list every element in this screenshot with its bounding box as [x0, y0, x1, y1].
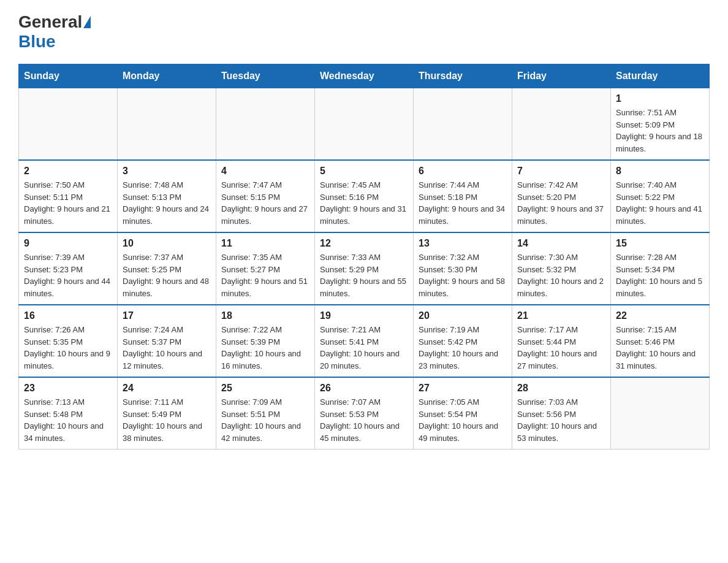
day-info: Sunrise: 7:44 AMSunset: 5:18 PMDaylight:…: [419, 179, 507, 227]
day-number: 5: [320, 166, 408, 177]
day-info: Sunrise: 7:32 AMSunset: 5:30 PMDaylight:…: [419, 251, 507, 299]
day-cell: 11Sunrise: 7:35 AMSunset: 5:27 PMDayligh…: [216, 232, 315, 305]
logo: General Blue: [18, 12, 92, 52]
day-info: Sunrise: 7:21 AMSunset: 5:41 PMDaylight:…: [320, 324, 408, 372]
day-info: Sunrise: 7:47 AMSunset: 5:15 PMDaylight:…: [221, 179, 309, 227]
day-number: 1: [616, 93, 704, 104]
day-number: 17: [123, 310, 211, 321]
header-monday: Monday: [118, 64, 216, 88]
day-cell: 28Sunrise: 7:03 AMSunset: 5:56 PMDayligh…: [512, 377, 611, 450]
day-cell: 20Sunrise: 7:19 AMSunset: 5:42 PMDayligh…: [414, 305, 512, 377]
day-cell: 26Sunrise: 7:07 AMSunset: 5:53 PMDayligh…: [315, 377, 414, 450]
day-info: Sunrise: 7:11 AMSunset: 5:49 PMDaylight:…: [123, 396, 211, 444]
day-cell: [118, 88, 216, 161]
day-cell: 12Sunrise: 7:33 AMSunset: 5:29 PMDayligh…: [315, 232, 414, 305]
day-cell: 6Sunrise: 7:44 AMSunset: 5:18 PMDaylight…: [414, 160, 512, 232]
day-number: 21: [517, 310, 605, 321]
day-number: 24: [123, 383, 211, 394]
day-number: 28: [517, 383, 605, 394]
day-cell: 23Sunrise: 7:13 AMSunset: 5:48 PMDayligh…: [19, 377, 118, 450]
day-cell: 17Sunrise: 7:24 AMSunset: 5:37 PMDayligh…: [118, 305, 216, 377]
day-number: 23: [24, 383, 112, 394]
day-number: 22: [616, 310, 704, 321]
day-number: 6: [419, 166, 507, 177]
day-cell: [414, 88, 512, 161]
day-info: Sunrise: 7:33 AMSunset: 5:29 PMDaylight:…: [320, 251, 408, 299]
day-number: 12: [320, 238, 408, 249]
day-cell: 9Sunrise: 7:39 AMSunset: 5:23 PMDaylight…: [19, 232, 118, 305]
day-cell: 22Sunrise: 7:15 AMSunset: 5:46 PMDayligh…: [611, 305, 710, 377]
day-cell: 5Sunrise: 7:45 AMSunset: 5:16 PMDaylight…: [315, 160, 414, 232]
day-number: 8: [616, 166, 704, 177]
header-saturday: Saturday: [611, 64, 710, 88]
day-number: 18: [221, 310, 309, 321]
day-number: 15: [616, 238, 704, 249]
day-info: Sunrise: 7:17 AMSunset: 5:44 PMDaylight:…: [517, 324, 605, 372]
day-number: 16: [24, 310, 112, 321]
day-info: Sunrise: 7:03 AMSunset: 5:56 PMDaylight:…: [517, 396, 605, 444]
day-number: 14: [517, 238, 605, 249]
logo-triangle-icon: [83, 16, 91, 28]
day-cell: 14Sunrise: 7:30 AMSunset: 5:32 PMDayligh…: [512, 232, 611, 305]
day-info: Sunrise: 7:51 AMSunset: 5:09 PMDaylight:…: [616, 107, 704, 155]
day-number: 10: [123, 238, 211, 249]
day-info: Sunrise: 7:09 AMSunset: 5:51 PMDaylight:…: [221, 396, 309, 444]
week-row-2: 2Sunrise: 7:50 AMSunset: 5:11 PMDaylight…: [19, 160, 710, 232]
day-number: 9: [24, 238, 112, 249]
day-number: 25: [221, 383, 309, 394]
day-cell: 7Sunrise: 7:42 AMSunset: 5:20 PMDaylight…: [512, 160, 611, 232]
day-info: Sunrise: 7:48 AMSunset: 5:13 PMDaylight:…: [123, 179, 211, 227]
day-info: Sunrise: 7:45 AMSunset: 5:16 PMDaylight:…: [320, 179, 408, 227]
day-cell: 8Sunrise: 7:40 AMSunset: 5:22 PMDaylight…: [611, 160, 710, 232]
day-cell: 25Sunrise: 7:09 AMSunset: 5:51 PMDayligh…: [216, 377, 315, 450]
day-number: 20: [419, 310, 507, 321]
day-cell: 3Sunrise: 7:48 AMSunset: 5:13 PMDaylight…: [118, 160, 216, 232]
day-cell: 21Sunrise: 7:17 AMSunset: 5:44 PMDayligh…: [512, 305, 611, 377]
day-info: Sunrise: 7:30 AMSunset: 5:32 PMDaylight:…: [517, 251, 605, 299]
week-row-5: 23Sunrise: 7:13 AMSunset: 5:48 PMDayligh…: [19, 377, 710, 450]
day-cell: 15Sunrise: 7:28 AMSunset: 5:34 PMDayligh…: [611, 232, 710, 305]
logo-general-text: General: [18, 12, 82, 32]
day-cell: 13Sunrise: 7:32 AMSunset: 5:30 PMDayligh…: [414, 232, 512, 305]
day-number: 27: [419, 383, 507, 394]
week-row-3: 9Sunrise: 7:39 AMSunset: 5:23 PMDaylight…: [19, 232, 710, 305]
day-number: 13: [419, 238, 507, 249]
week-row-1: 1Sunrise: 7:51 AMSunset: 5:09 PMDaylight…: [19, 88, 710, 161]
day-info: Sunrise: 7:28 AMSunset: 5:34 PMDaylight:…: [616, 251, 704, 299]
day-info: Sunrise: 7:50 AMSunset: 5:11 PMDaylight:…: [24, 179, 112, 227]
day-cell: 1Sunrise: 7:51 AMSunset: 5:09 PMDaylight…: [611, 88, 710, 161]
day-info: Sunrise: 7:07 AMSunset: 5:53 PMDaylight:…: [320, 396, 408, 444]
day-info: Sunrise: 7:26 AMSunset: 5:35 PMDaylight:…: [24, 324, 112, 372]
header-sunday: Sunday: [19, 64, 118, 88]
day-number: 3: [123, 166, 211, 177]
day-info: Sunrise: 7:35 AMSunset: 5:27 PMDaylight:…: [221, 251, 309, 299]
day-info: Sunrise: 7:39 AMSunset: 5:23 PMDaylight:…: [24, 251, 112, 299]
day-number: 26: [320, 383, 408, 394]
day-cell: [512, 88, 611, 161]
day-info: Sunrise: 7:37 AMSunset: 5:25 PMDaylight:…: [123, 251, 211, 299]
day-number: 11: [221, 238, 309, 249]
day-cell: 2Sunrise: 7:50 AMSunset: 5:11 PMDaylight…: [19, 160, 118, 232]
calendar-table: SundayMondayTuesdayWednesdayThursdayFrid…: [18, 64, 710, 450]
day-info: Sunrise: 7:19 AMSunset: 5:42 PMDaylight:…: [419, 324, 507, 372]
day-cell: [315, 88, 414, 161]
day-info: Sunrise: 7:13 AMSunset: 5:48 PMDaylight:…: [24, 396, 112, 444]
day-number: 7: [517, 166, 605, 177]
day-info: Sunrise: 7:40 AMSunset: 5:22 PMDaylight:…: [616, 179, 704, 227]
day-info: Sunrise: 7:24 AMSunset: 5:37 PMDaylight:…: [123, 324, 211, 372]
day-info: Sunrise: 7:05 AMSunset: 5:54 PMDaylight:…: [419, 396, 507, 444]
day-cell: 27Sunrise: 7:05 AMSunset: 5:54 PMDayligh…: [414, 377, 512, 450]
logo-blue-text: Blue: [18, 32, 56, 51]
day-info: Sunrise: 7:15 AMSunset: 5:46 PMDaylight:…: [616, 324, 704, 372]
day-cell: 16Sunrise: 7:26 AMSunset: 5:35 PMDayligh…: [19, 305, 118, 377]
day-cell: [611, 377, 710, 450]
day-number: 19: [320, 310, 408, 321]
header-thursday: Thursday: [414, 64, 512, 88]
day-info: Sunrise: 7:42 AMSunset: 5:20 PMDaylight:…: [517, 179, 605, 227]
day-cell: [19, 88, 118, 161]
day-cell: [216, 88, 315, 161]
header-friday: Friday: [512, 64, 611, 88]
day-number: 2: [24, 166, 112, 177]
week-row-4: 16Sunrise: 7:26 AMSunset: 5:35 PMDayligh…: [19, 305, 710, 377]
day-cell: 24Sunrise: 7:11 AMSunset: 5:49 PMDayligh…: [118, 377, 216, 450]
